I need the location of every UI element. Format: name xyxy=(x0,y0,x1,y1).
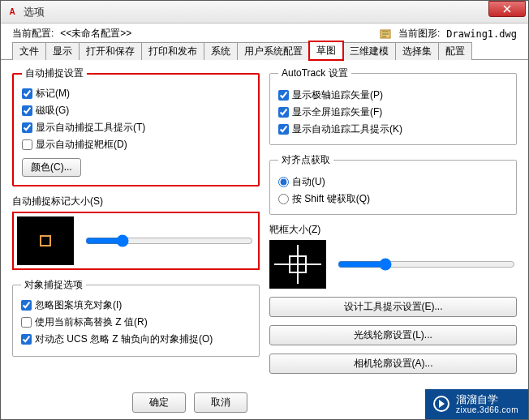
tab-user-prefs[interactable]: 用户系统配置 xyxy=(237,42,310,60)
replace-z-row[interactable]: 使用当前标高替换 Z 值(R) xyxy=(21,314,251,331)
autotrack-legend: AutoTrack 设置 xyxy=(278,66,351,80)
marker-square-icon xyxy=(40,235,51,246)
current-profile-label: 当前配置: xyxy=(12,27,54,41)
aperture-size-section: 靶框大小(Z) xyxy=(269,223,517,289)
camera-glyph-settings-button[interactable]: 相机轮廓设置(A)... xyxy=(269,354,517,374)
app-icon: A xyxy=(6,6,19,19)
replace-z-label: 使用当前标高替换 Z 值(R) xyxy=(35,315,148,329)
ignore-hatch-checkbox[interactable] xyxy=(21,300,32,311)
design-tooltip-settings-button[interactable]: 设计工具提示设置(E)... xyxy=(269,297,517,317)
fullscreen-vec-checkbox[interactable] xyxy=(278,107,289,118)
watermark-url: zixue.3d66.com xyxy=(456,405,518,414)
titlebar: A 选项 xyxy=(1,1,528,24)
marker-size-highlight xyxy=(12,212,260,270)
magnet-checkbox[interactable] xyxy=(22,105,32,116)
fullscreen-vec-row[interactable]: 显示全屏追踪矢量(F) xyxy=(278,104,508,121)
marker-size-label: 自动捕捉标记大小(S) xyxy=(12,195,260,208)
window-title: 选项 xyxy=(24,5,527,19)
auto-acq-row[interactable]: 自动(U) xyxy=(278,174,508,191)
tab-3d-modeling[interactable]: 三维建模 xyxy=(342,42,396,60)
light-glyph-settings-button[interactable]: 光线轮廓设置(L)... xyxy=(269,325,517,345)
autosnap-tooltip-row[interactable]: 显示自动捕捉工具提示(T) xyxy=(22,119,250,136)
marker-row[interactable]: 标记(M) xyxy=(22,85,250,102)
aperture-box-checkbox[interactable] xyxy=(22,139,32,150)
autosnap-tooltip-label: 显示自动捕捉工具提示(T) xyxy=(36,121,145,135)
osnap-options-group: 对象捕捉选项 忽略图案填充对象(I) 使用当前标高替换 Z 值(R) 对动态 U… xyxy=(12,278,260,357)
magnet-row[interactable]: 磁吸(G) xyxy=(22,102,250,119)
drawing-icon xyxy=(379,28,392,41)
aperture-size-slider[interactable] xyxy=(338,258,515,271)
current-drawing-value: Drawing1.dwg xyxy=(446,28,517,40)
ignore-hatch-label: 忽略图案填充对象(I) xyxy=(35,298,122,312)
osnap-options-legend: 对象捕捉选项 xyxy=(21,278,86,292)
content-area: 自动捕捉设置 标记(M) 磁吸(G) 显示自动捕捉工具提示(T) 显示自动捕捉靶… xyxy=(1,60,528,379)
options-window: A 选项 当前配置: <<未命名配置>> 当前图形: Drawing1.dwg … xyxy=(0,0,529,420)
profile-bar: 当前配置: <<未命名配置>> 当前图形: Drawing1.dwg xyxy=(1,24,528,42)
aperture-box-row[interactable]: 显示自动捕捉靶框(D) xyxy=(22,136,250,153)
auto-acq-label: 自动(U) xyxy=(292,175,325,189)
track-tooltip-row[interactable]: 显示自动追踪工具提示(K) xyxy=(278,121,508,138)
marker-label: 标记(M) xyxy=(36,87,70,101)
current-drawing-label: 当前图形: xyxy=(398,27,440,41)
shift-acq-row[interactable]: 按 Shift 键获取(Q) xyxy=(278,191,508,208)
ignore-neg-z-checkbox[interactable] xyxy=(21,334,32,345)
alignment-acquisition-group: 对齐点获取 自动(U) 按 Shift 键获取(Q) xyxy=(269,153,517,215)
polar-vec-checkbox[interactable] xyxy=(278,90,289,101)
ok-button[interactable]: 确定 xyxy=(132,392,186,413)
watermark-name: 溜溜自学 xyxy=(456,394,518,405)
ignore-hatch-row[interactable]: 忽略图案填充对象(I) xyxy=(21,297,251,314)
current-profile-value: <<未命名配置>> xyxy=(60,27,131,41)
autosnap-legend: 自动捕捉设置 xyxy=(22,66,87,80)
track-tooltip-label: 显示自动追踪工具提示(K) xyxy=(292,122,402,136)
tab-selection[interactable]: 选择集 xyxy=(395,42,439,60)
tab-system[interactable]: 系统 xyxy=(204,42,238,60)
tab-strip: 文件 显示 打开和保存 打印和发布 系统 用户系统配置 草图 三维建模 选择集 … xyxy=(1,42,528,60)
auto-acq-radio[interactable] xyxy=(278,177,289,187)
polar-vec-label: 显示极轴追踪矢量(P) xyxy=(292,88,383,102)
marker-checkbox[interactable] xyxy=(22,88,32,99)
ignore-neg-z-row[interactable]: 对动态 UCS 忽略 Z 轴负向的对象捕捉(O) xyxy=(21,331,251,348)
autosnap-tooltip-checkbox[interactable] xyxy=(22,122,32,133)
play-icon xyxy=(433,396,449,412)
alignment-acq-legend: 对齐点获取 xyxy=(278,153,333,167)
tab-display[interactable]: 显示 xyxy=(45,42,80,60)
aperture-box-label: 显示自动捕捉靶框(D) xyxy=(36,138,127,152)
aperture-size-label: 靶框大小(Z) xyxy=(269,223,517,237)
shift-acq-label: 按 Shift 键获取(Q) xyxy=(292,192,370,206)
autosnap-settings-group: 自动捕捉设置 标记(M) 磁吸(G) 显示自动捕捉工具提示(T) 显示自动捕捉靶… xyxy=(12,66,260,186)
polar-vec-row[interactable]: 显示极轴追踪矢量(P) xyxy=(278,87,508,104)
left-column: 自动捕捉设置 标记(M) 磁吸(G) 显示自动捕捉工具提示(T) 显示自动捕捉靶… xyxy=(12,66,260,374)
autotrack-group: AutoTrack 设置 显示极轴追踪矢量(P) 显示全屏追踪矢量(F) 显示自… xyxy=(269,66,517,145)
marker-size-section: 自动捕捉标记大小(S) xyxy=(12,195,260,270)
aperture-preview xyxy=(269,240,326,289)
magnet-label: 磁吸(G) xyxy=(36,104,69,118)
close-icon xyxy=(503,5,511,13)
tab-profiles[interactable]: 配置 xyxy=(438,42,472,60)
marker-size-slider[interactable] xyxy=(85,234,253,247)
tab-files[interactable]: 文件 xyxy=(12,42,46,60)
shift-acq-radio[interactable] xyxy=(278,194,289,204)
ignore-neg-z-label: 对动态 UCS 忽略 Z 轴负向的对象捕捉(O) xyxy=(35,332,213,346)
close-button[interactable] xyxy=(488,1,526,17)
aperture-box-icon xyxy=(289,255,307,273)
tab-drafting[interactable]: 草图 xyxy=(309,41,343,60)
track-tooltip-checkbox[interactable] xyxy=(278,124,289,135)
tab-plot[interactable]: 打印和发布 xyxy=(141,42,204,60)
colors-button[interactable]: 颜色(C)... xyxy=(22,158,81,177)
fullscreen-vec-label: 显示全屏追踪矢量(F) xyxy=(292,105,382,119)
tab-open-save[interactable]: 打开和保存 xyxy=(79,42,142,60)
replace-z-checkbox[interactable] xyxy=(21,317,32,328)
right-column: AutoTrack 设置 显示极轴追踪矢量(P) 显示全屏追踪矢量(F) 显示自… xyxy=(269,66,517,374)
watermark: 溜溜自学 zixue.3d66.com xyxy=(425,389,528,419)
cancel-button[interactable]: 取消 xyxy=(194,392,247,413)
marker-preview xyxy=(17,216,74,265)
